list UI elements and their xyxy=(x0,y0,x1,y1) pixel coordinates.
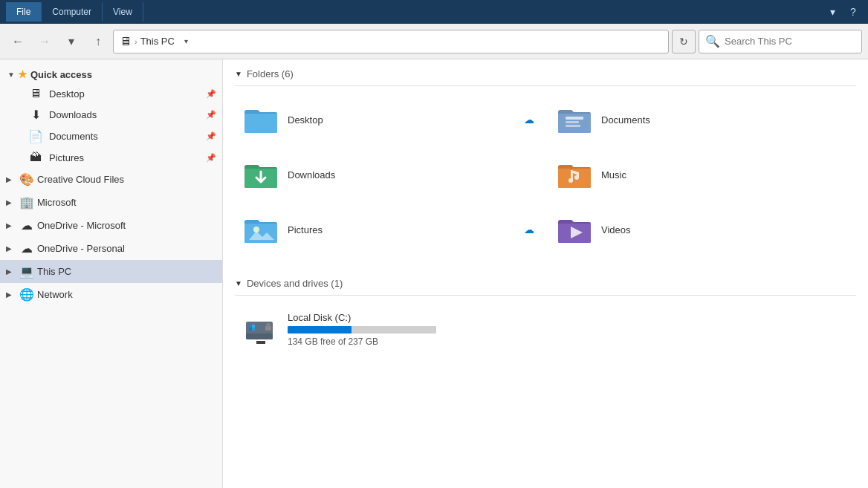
sidebar-this-pc-label: This PC xyxy=(37,266,71,277)
videos-folder-icon xyxy=(557,212,592,247)
folder-item-videos[interactable]: Videos xyxy=(548,205,856,254)
devices-section-title: Devices and drives (1) xyxy=(247,278,343,289)
sidebar-creative-cloud-label: Creative Cloud Files xyxy=(37,174,124,185)
pictures-icon: 🏔 xyxy=(28,151,43,164)
device-item-local-disk[interactable]: Local Disk (C:) 134 GB free of 237 GB xyxy=(235,305,856,354)
svg-rect-11 xyxy=(252,328,255,331)
device-size-label: 134 GB free of 237 GB xyxy=(288,336,436,347)
sidebar-item-desktop-label: Desktop xyxy=(49,88,85,100)
documents-folder-label: Documents xyxy=(601,114,650,126)
folder-item-documents[interactable]: Documents xyxy=(548,95,856,144)
desktop-folder-label: Desktop xyxy=(288,114,323,126)
videos-folder-label: Videos xyxy=(601,224,631,235)
downloads-icon: ⬇ xyxy=(28,108,43,122)
history-button[interactable]: ▾ xyxy=(59,30,83,53)
device-storage-bar xyxy=(288,326,436,334)
svg-rect-9 xyxy=(252,325,255,328)
devices-section-header: ▼ Devices and drives (1) xyxy=(235,269,856,296)
sidebar-onedrive-ms[interactable]: ▶ ☁ OneDrive - Microsoft xyxy=(0,214,222,237)
device-info: Local Disk (C:) 134 GB free of 237 GB xyxy=(288,312,436,347)
music-folder-label: Music xyxy=(601,169,626,180)
sidebar-creative-cloud[interactable]: ▶ 🎨 Creative Cloud Files xyxy=(0,168,222,191)
microsoft-icon: 🏢 xyxy=(19,195,34,209)
quick-access-header[interactable]: ▼ ★ Quick access xyxy=(0,65,222,83)
folder-item-music[interactable]: Music xyxy=(548,150,856,199)
up-button[interactable]: ↑ xyxy=(86,30,110,53)
refresh-button[interactable]: ↻ xyxy=(672,30,696,53)
sidebar-this-pc[interactable]: ▶ 💻 This PC xyxy=(0,260,222,283)
tab-file[interactable]: File xyxy=(6,2,42,22)
sidebar-item-documents-label: Documents xyxy=(49,131,98,142)
content-area: ▼ Folders (6) Desktop ☁ xyxy=(223,59,868,488)
quick-access-star-icon: ★ xyxy=(18,68,27,80)
folders-grid: Desktop ☁ Documents xyxy=(235,95,856,254)
sidebar-microsoft[interactable]: ▶ 🏢 Microsoft xyxy=(0,191,222,214)
sidebar-onedrive-personal[interactable]: ▶ ☁ OneDrive - Personal xyxy=(0,237,222,260)
search-icon: 🔍 xyxy=(705,34,720,48)
pc-address-icon: 🖥 xyxy=(120,35,132,48)
sidebar-onedrive-personal-label: OneDrive - Personal xyxy=(37,243,125,254)
address-bar[interactable]: 🖥 › This PC ▾ xyxy=(113,30,669,53)
pin-icon-pictures: 📌 xyxy=(206,153,216,163)
devices-collapse-btn[interactable]: ▼ xyxy=(235,279,242,287)
downloads-folder-icon xyxy=(243,157,279,192)
local-disk-icon xyxy=(243,311,279,347)
breadcrumb-separator: › xyxy=(135,37,137,46)
folder-item-desktop[interactable]: Desktop ☁ xyxy=(235,95,542,144)
sidebar-item-documents[interactable]: 📄 Documents 📌 xyxy=(0,126,222,147)
folder-item-pictures[interactable]: Pictures ☁ xyxy=(235,205,542,254)
desktop-folder-icon xyxy=(243,102,279,137)
pin-icon-documents: 📌 xyxy=(206,131,216,141)
quick-access-label: Quick access xyxy=(30,69,92,80)
sidebar-item-desktop[interactable]: 🖥 Desktop 📌 xyxy=(0,83,222,104)
onedrive-ms-icon: ☁ xyxy=(19,218,34,232)
title-bar-controls: ▾ ? xyxy=(823,3,862,21)
svg-rect-8 xyxy=(249,325,252,328)
onedrive-personal-chevron: ▶ xyxy=(6,244,16,253)
titlebar-help-btn[interactable]: ? xyxy=(844,3,862,21)
sidebar-item-pictures[interactable]: 🏔 Pictures 📌 xyxy=(0,147,222,168)
pictures-folder-label: Pictures xyxy=(288,224,323,235)
sidebar-item-downloads-label: Downloads xyxy=(49,109,97,120)
pictures-folder-icon xyxy=(243,212,279,247)
creative-cloud-chevron: ▶ xyxy=(6,175,16,183)
main-layout: ▼ ★ Quick access 🖥 Desktop 📌 ⬇ Downloads… xyxy=(0,59,868,488)
pin-icon-downloads: 📌 xyxy=(206,110,216,120)
downloads-folder-label: Downloads xyxy=(288,169,335,180)
sidebar-item-pictures-label: Pictures xyxy=(49,152,84,163)
forward-button[interactable]: → xyxy=(33,30,56,53)
pictures-cloud-icon: ☁ xyxy=(524,224,534,235)
folders-collapse-btn[interactable]: ▼ xyxy=(235,70,242,78)
devices-grid: Local Disk (C:) 134 GB free of 237 GB xyxy=(235,305,856,354)
svg-rect-2 xyxy=(566,125,580,127)
desktop-icon: 🖥 xyxy=(28,87,43,100)
folders-section-header: ▼ Folders (6) xyxy=(235,59,856,86)
sidebar: ▼ ★ Quick access 🖥 Desktop 📌 ⬇ Downloads… xyxy=(0,59,223,488)
toolbar: ← → ▾ ↑ 🖥 › This PC ▾ ↻ 🔍 xyxy=(0,24,868,59)
network-icon: 🌐 xyxy=(19,287,34,302)
sidebar-item-downloads[interactable]: ⬇ Downloads 📌 xyxy=(0,104,222,126)
search-input[interactable] xyxy=(725,36,855,47)
svg-rect-0 xyxy=(566,117,583,120)
sidebar-network-label: Network xyxy=(37,289,73,300)
sidebar-network[interactable]: ▶ 🌐 Network xyxy=(0,283,222,306)
address-dropdown-btn[interactable]: ▾ xyxy=(178,30,195,53)
folder-item-downloads[interactable]: Downloads xyxy=(235,150,542,199)
music-folder-icon xyxy=(557,157,592,192)
titlebar-dropdown-btn[interactable]: ▾ xyxy=(823,3,841,21)
this-pc-icon: 💻 xyxy=(19,264,34,279)
tab-view[interactable]: View xyxy=(103,2,143,22)
back-button[interactable]: ← xyxy=(6,30,30,53)
tab-computer[interactable]: Computer xyxy=(42,2,103,22)
svg-rect-13 xyxy=(256,341,265,344)
svg-rect-12 xyxy=(265,326,271,331)
sidebar-onedrive-ms-label: OneDrive - Microsoft xyxy=(37,220,126,231)
onedrive-personal-icon: ☁ xyxy=(19,241,34,256)
svg-rect-6 xyxy=(246,334,273,339)
sidebar-microsoft-label: Microsoft xyxy=(37,197,77,208)
search-bar[interactable]: 🔍 xyxy=(699,30,862,53)
svg-rect-10 xyxy=(249,328,252,331)
onedrive-ms-chevron: ▶ xyxy=(6,221,16,230)
title-bar-tabs: File Computer View xyxy=(6,2,143,22)
documents-folder-icon xyxy=(557,102,592,137)
